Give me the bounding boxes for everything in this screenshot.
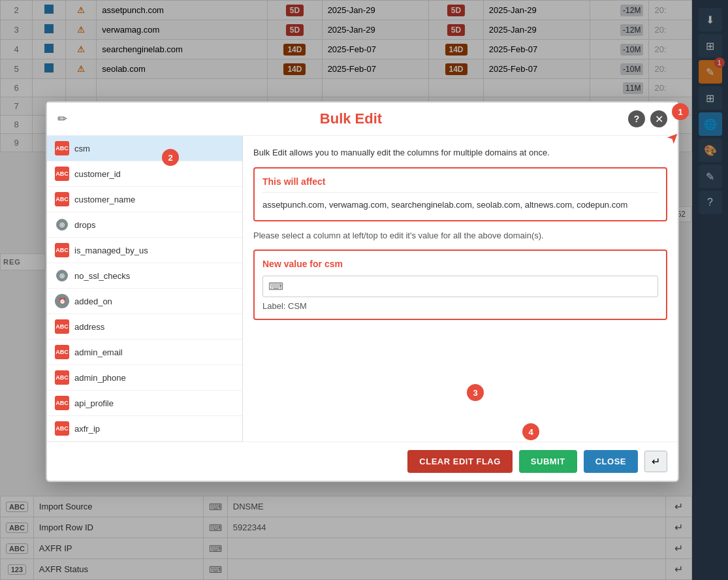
clear-edit-flag-button[interactable]: CLEAR EDIT FLAG xyxy=(407,450,513,473)
modal-body: ABCcsmABCcustomer_idABCcustomer_name◎dro… xyxy=(47,136,678,442)
column-name-label: is_managed_by_us xyxy=(74,246,148,255)
column-item-address[interactable]: ABCaddress xyxy=(47,314,242,340)
column-name-label: customer_name xyxy=(74,195,135,204)
column-name-label: customer_id xyxy=(74,169,121,179)
column-name-label: no_ssl_checks xyxy=(74,271,130,281)
column-name-label: address xyxy=(74,322,104,332)
affect-title: This will affect xyxy=(262,176,658,187)
modal-title: Bulk Edit xyxy=(74,110,628,127)
modal-footer: CLEAR EDIT FLAG SUBMIT CLOSE ↵ xyxy=(47,442,678,481)
select-hint: Please select a column at left/top to ed… xyxy=(253,229,667,242)
new-value-title: New value for csm xyxy=(262,259,658,269)
affect-domains: assetpunch.com, verwamag.com, searchengi… xyxy=(262,198,658,212)
affect-box: This will affect assetpunch.com, verwama… xyxy=(253,167,667,221)
enter-button[interactable]: ↵ xyxy=(644,451,667,472)
abc-type-icon: ABC xyxy=(55,167,69,181)
abc-type-icon: ABC xyxy=(55,396,69,410)
abc-type-icon: ABC xyxy=(55,141,69,155)
column-name-label: api_profile xyxy=(74,398,114,408)
new-value-input[interactable] xyxy=(289,282,652,291)
column-item-customer_name[interactable]: ABCcustomer_name xyxy=(47,187,242,212)
description-text: Bulk Edit allows you to manually edit th… xyxy=(253,146,667,159)
abc-type-icon: ABC xyxy=(55,345,69,359)
label-csm: Label: CSM xyxy=(262,301,658,311)
column-item-axfr_ip[interactable]: ABCaxfr_ip xyxy=(47,416,242,442)
column-name-label: drops xyxy=(74,220,96,230)
pencil-header-icon: ✏ xyxy=(57,112,67,126)
abc-type-icon: ABC xyxy=(55,192,69,206)
column-item-admin_email[interactable]: ABCadmin_email xyxy=(47,340,242,365)
column-item-csm[interactable]: ABCcsm xyxy=(47,136,242,161)
column-name-label: csm xyxy=(74,144,90,153)
column-list: ABCcsmABCcustomer_idABCcustomer_name◎dro… xyxy=(47,136,243,442)
modal-header-icons: ? ✕ xyxy=(628,110,667,127)
help-button[interactable]: ? xyxy=(628,110,645,127)
target-type-icon: ◎ xyxy=(55,268,69,283)
column-item-added_on[interactable]: ⏰added_on xyxy=(47,289,242,314)
column-name-label: admin_email xyxy=(74,347,123,357)
column-name-label: added_on xyxy=(74,297,112,306)
modal-header: ✏ Bulk Edit ? ✕ xyxy=(47,103,678,136)
close-button[interactable]: CLOSE xyxy=(584,450,638,473)
submit-button[interactable]: SUBMIT xyxy=(519,450,577,473)
modal-close-x-button[interactable]: ✕ xyxy=(650,110,667,127)
abc-type-icon: ABC xyxy=(55,421,69,436)
column-item-customer_id[interactable]: ABCcustomer_id xyxy=(47,161,242,187)
keyboard-input-icon: ⌨ xyxy=(268,280,283,293)
bulk-edit-modal: ✏ Bulk Edit ? ✕ ABCcsmABCcustomer_idABCc… xyxy=(46,101,679,482)
column-item-drops[interactable]: ◎drops xyxy=(47,212,242,238)
right-panel: Bulk Edit allows you to manually edit th… xyxy=(243,136,678,442)
new-value-box: New value for csm ⌨ Label: CSM xyxy=(253,250,667,320)
column-name-label: axfr_ip xyxy=(74,424,100,434)
target-type-icon: ◎ xyxy=(55,218,69,232)
column-item-is_managed_by_us[interactable]: ABCis_managed_by_us xyxy=(47,238,242,263)
column-item-no_ssl_checks[interactable]: ◎no_ssl_checks xyxy=(47,263,242,289)
column-item-admin_phone[interactable]: ABCadmin_phone xyxy=(47,365,242,391)
value-input-row[interactable]: ⌨ xyxy=(262,276,658,297)
column-item-api_profile[interactable]: ABCapi_profile xyxy=(47,391,242,416)
abc-type-icon: ABC xyxy=(55,319,69,334)
column-name-label: admin_phone xyxy=(74,373,126,383)
clock-type-icon: ⏰ xyxy=(55,294,69,308)
abc-type-icon: ABC xyxy=(55,243,69,257)
abc-type-icon: ABC xyxy=(55,370,69,385)
